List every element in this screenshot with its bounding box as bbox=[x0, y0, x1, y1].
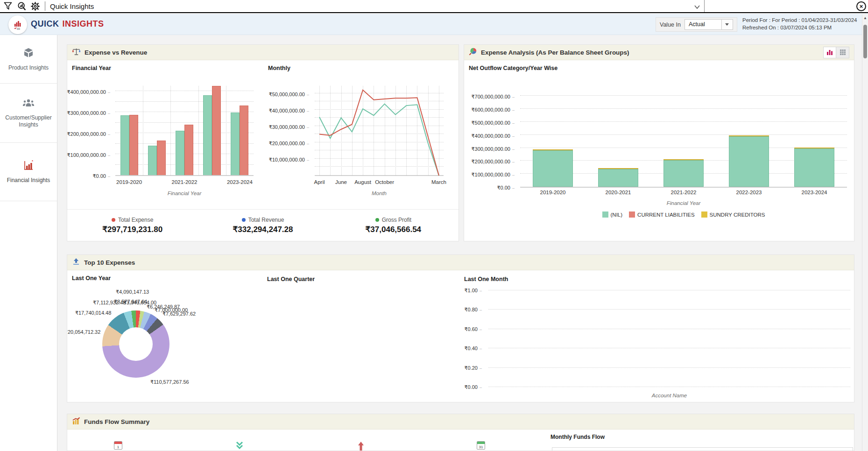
inflow-down-arrows-icon bbox=[234, 441, 245, 451]
monthly-funds-flow-title: Monthly Funds Flow bbox=[550, 434, 605, 440]
total-value: ₹332,294,247.28 bbox=[233, 225, 293, 234]
brand-title: QUICKINSIGHTS bbox=[31, 19, 104, 29]
donut-label: ₹4,090,147.13 bbox=[116, 289, 149, 295]
chart-subtitle: Financial Year bbox=[72, 65, 111, 71]
period-for-text: Period For : For Period : 01/04/2023-31/… bbox=[742, 16, 857, 24]
legend-swatch bbox=[701, 211, 707, 218]
empty-bar-plot bbox=[488, 290, 850, 387]
people-group-icon bbox=[22, 98, 35, 110]
balance-scale-icon bbox=[72, 48, 81, 57]
gross-profit: Gross Profit ₹37,046,566.54 bbox=[328, 210, 459, 241]
card-title: Expense vs Revenue bbox=[85, 49, 147, 56]
settings-gear-icon[interactable] bbox=[30, 1, 40, 11]
window-title[interactable]: Quick Insights bbox=[47, 2, 94, 10]
quick-insights-window: Quick Insights × QUICKINSIGHTS Value In bbox=[0, 0, 868, 451]
profit-dot-icon bbox=[375, 218, 379, 222]
refreshed-on-text: Refreshed On : 03/07/2024 05:13 PM bbox=[742, 24, 857, 31]
last-one-quarter-title: Last One Quarter bbox=[267, 276, 315, 282]
search-insights-icon[interactable] bbox=[16, 1, 27, 11]
total-revenue: Total Revenue ₹332,294,247.28 bbox=[198, 210, 328, 241]
sidebar-divider bbox=[0, 201, 57, 201]
y-axis-labels: ₹0.00₹100,000,000.00₹200,000,000.00₹300,… bbox=[464, 92, 518, 188]
x-axis-title: Month bbox=[315, 190, 444, 196]
period-info: Period For : For Period : 01/04/2023-31/… bbox=[742, 16, 857, 31]
expense-analysis-card: Expense Analysis (As Per Balance Sheet G… bbox=[464, 44, 854, 241]
svg-text:*: * bbox=[32, 160, 34, 163]
y-axis-labels: ₹0.00₹0.20₹0.40₹0.60₹0.80₹1.00 bbox=[459, 290, 486, 387]
value-in-dropdown-icon[interactable] bbox=[721, 20, 733, 29]
chart-subtitle: Monthly bbox=[268, 65, 290, 71]
close-icon[interactable]: × bbox=[856, 1, 866, 11]
expense-analysis-header: Expense Analysis (As Per Balance Sheet G… bbox=[464, 45, 854, 60]
donut-label: ₹110,577,267.56 bbox=[150, 379, 189, 385]
revenue-dot-icon bbox=[242, 218, 246, 222]
title-dropdown-chevron-icon[interactable] bbox=[694, 3, 701, 9]
financial-year-chart: Financial Year ₹0.00₹100,000,000.00₹200,… bbox=[67, 60, 263, 210]
opening-calendar-icon: 1 bbox=[113, 441, 124, 451]
card-title: Funds Flow Summary bbox=[84, 418, 149, 425]
x-axis-title: Financial Year bbox=[115, 190, 254, 196]
scrollbar-thumb[interactable] bbox=[863, 25, 867, 58]
last-one-month-section: Last One Month ₹0.00₹0.20₹0.40₹0.60₹0.80… bbox=[459, 270, 854, 402]
title-bar: Quick Insights × bbox=[0, 0, 868, 13]
value-in-control: Value In Actual bbox=[656, 17, 737, 32]
value-in-label: Value In bbox=[660, 21, 681, 28]
total-value: ₹297,719,231.80 bbox=[102, 225, 162, 234]
donut-label: ₹20,054,712.32 bbox=[67, 329, 100, 335]
quick-insights-logo bbox=[8, 15, 27, 34]
filter-icon[interactable] bbox=[3, 1, 13, 11]
title-bar-separator bbox=[45, 1, 45, 11]
funds-flow-header: Funds Flow Summary bbox=[67, 414, 854, 430]
y-axis-labels: ₹10,000,000.00₹20,000,000.00₹30,000,000.… bbox=[266, 86, 313, 176]
table-view-button[interactable] bbox=[836, 47, 849, 58]
view-toggle bbox=[823, 47, 849, 58]
scroll-up-icon[interactable]: ▲ bbox=[862, 16, 868, 20]
total-value: ₹37,046,566.54 bbox=[366, 225, 422, 234]
section-title: Last One Month bbox=[464, 276, 508, 282]
donut-hole bbox=[119, 327, 153, 361]
monthly-funds-flow-panel bbox=[552, 447, 853, 451]
x-axis-labels: 2019-20202020-20212021-20222022-20232023… bbox=[520, 190, 847, 195]
total-expense: Total Expense ₹297,719,231.80 bbox=[67, 210, 198, 241]
closing-calendar-icon: 31 bbox=[475, 441, 487, 451]
monthly-chart: Monthly ₹10,000,000.00₹20,000,000.00₹30,… bbox=[263, 60, 459, 210]
outflow-up-arrow-icon bbox=[355, 441, 367, 451]
sidebar-item-label: Financial Insights bbox=[2, 177, 55, 184]
legend-swatch bbox=[602, 211, 608, 218]
stacked-bar-plot bbox=[520, 92, 847, 188]
brand-insights: INSIGHTS bbox=[63, 19, 104, 28]
totals-row: Total Expense ₹297,719,231.80 Total Reve… bbox=[67, 209, 459, 241]
brand-quick: QUICK bbox=[31, 19, 59, 28]
analysis-pie-magnifier-icon bbox=[469, 47, 477, 57]
sidebar-item-product-insights[interactable]: Product Insights bbox=[0, 35, 57, 83]
chart-legend: (NIL)CURRENT LIABILITIESSUNDRY CREDITORS bbox=[520, 211, 847, 218]
funds-flow-summary-card: Funds Flow Summary 1 31 Monthly Funds Fl… bbox=[67, 414, 854, 451]
chart-view-button[interactable] bbox=[824, 47, 836, 58]
value-in-select[interactable]: Actual bbox=[685, 19, 733, 30]
rank-up-icon bbox=[72, 258, 80, 267]
funds-flow-stats-row: 1 31 Monthly Funds Flow bbox=[67, 430, 854, 451]
top-10-expenses-header: Top 10 Expenses bbox=[67, 255, 854, 270]
legend-swatch bbox=[629, 211, 635, 218]
total-label: Total Expense bbox=[118, 217, 153, 223]
last-one-year-donut-section: Last One Year ₹3,943,654.00 ₹3,577,947.6… bbox=[67, 270, 273, 402]
title-bar-right-separator bbox=[704, 0, 705, 12]
expense-dot-icon bbox=[112, 218, 115, 222]
top-10-expenses-card: Top 10 Expenses Last One Year ₹3,943,654… bbox=[67, 254, 854, 402]
donut-label: ₹17,740,014.48 bbox=[75, 310, 111, 316]
chart-subtitle: Net Outflow Category/Year Wise bbox=[469, 65, 557, 71]
sidebar-item-financial-insights[interactable]: * Financial Insights bbox=[0, 143, 57, 201]
y-axis-labels: ₹0.00₹100,000,000.00₹200,000,000.00₹300,… bbox=[67, 86, 114, 176]
vertical-scrollbar[interactable]: ▲ bbox=[862, 14, 868, 451]
expense-vs-revenue-header: Expense vs Revenue bbox=[67, 45, 459, 60]
donut-label: ₹7,629,297.62 bbox=[162, 311, 196, 317]
sidebar-item-label: Customer/Supplier Insights bbox=[2, 114, 55, 128]
sidebar-item-customer-supplier-insights[interactable]: Customer/Supplier Insights bbox=[0, 84, 57, 142]
sidebar-item-label: Product Insights bbox=[2, 64, 55, 71]
product-box-icon bbox=[23, 47, 34, 60]
card-title: Expense Analysis (As Per Balance Sheet G… bbox=[481, 49, 629, 56]
x-axis-title: Financial Year bbox=[520, 200, 847, 206]
card-title: Top 10 Expenses bbox=[84, 259, 135, 266]
x-axis-title: Account Name bbox=[488, 393, 850, 398]
financial-chart-icon: * bbox=[23, 160, 34, 173]
